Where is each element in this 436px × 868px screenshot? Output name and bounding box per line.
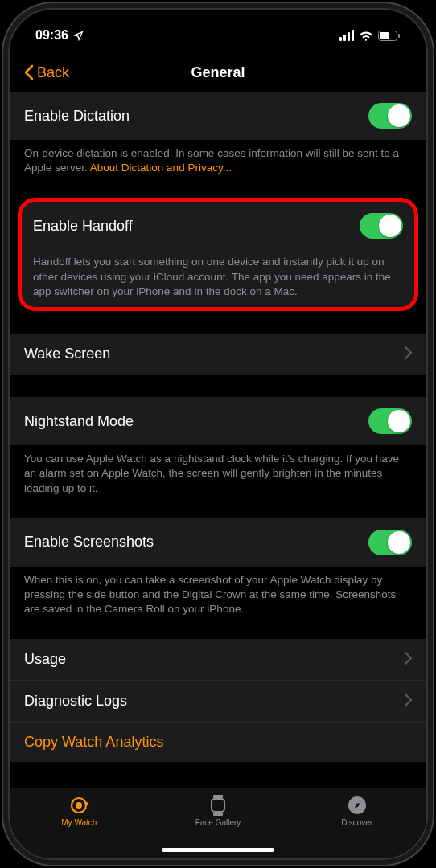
dictation-privacy-link[interactable]: About Dictation and Privacy... [90,162,232,174]
svg-rect-6 [213,795,223,798]
row-copy-analytics[interactable]: Copy Watch Analytics [10,722,426,762]
chevron-right-icon [405,345,412,363]
wifi-icon [359,30,373,41]
dictation-label: Enable Dictation [24,108,130,125]
nightstand-label: Nightstand Mode [24,413,134,430]
power-button[interactable] [431,181,434,253]
diagnostic-label: Diagnostic Logs [24,693,127,710]
home-indicator[interactable] [162,848,274,852]
location-icon [73,31,84,41]
volume-up-button[interactable] [2,173,5,221]
row-diagnostic-logs[interactable]: Diagnostic Logs [10,680,426,722]
screenshots-toggle[interactable] [368,530,412,555]
back-label: Back [37,64,69,81]
tab-bar: My Watch Face Gallery Discover [10,788,426,858]
face-gallery-icon [209,795,227,816]
row-enable-handoff[interactable]: Enable Handoff [22,202,414,250]
battery-icon [378,31,401,41]
dictation-toggle[interactable] [368,103,412,129]
handoff-toggle[interactable] [360,213,403,239]
svg-rect-2 [398,34,400,38]
nightstand-toggle[interactable] [368,408,412,434]
chevron-left-icon [24,64,34,80]
svg-rect-8 [213,813,223,816]
screenshots-footer: When this is on, you can take a screensh… [10,567,426,617]
row-enable-dictation[interactable]: Enable Dictation [10,92,426,140]
dictation-footer: On-device dictation is enabled. In some … [10,140,426,175]
status-time: 09:36 [35,28,68,43]
wake-label: Wake Screen [24,346,110,362]
handoff-label: Enable Handoff [33,218,133,235]
tab-my-watch[interactable]: My Watch [10,795,148,827]
tab-face-gallery-label: Face Gallery [195,818,241,827]
chevron-right-icon [405,692,412,710]
svg-rect-5 [86,802,88,805]
mute-switch[interactable] [2,129,5,156]
tab-discover-label: Discover [341,818,372,827]
row-nightstand[interactable]: Nightstand Mode [10,397,426,445]
svg-point-4 [76,802,82,809]
usage-label: Usage [24,651,66,668]
row-screenshots[interactable]: Enable Screenshots [10,518,426,567]
tab-my-watch-label: My Watch [61,818,97,827]
chevron-right-icon [405,650,412,669]
section-dictation: Enable Dictation On-device dictation is … [10,92,426,175]
section-wake: Wake Screen [10,334,426,375]
section-nightstand: Nightstand Mode You can use Apple Watch … [10,397,426,496]
nav-title: General [10,64,426,81]
section-handoff: Enable Handoff Handoff lets you start so… [10,198,426,311]
back-button[interactable]: Back [24,64,69,81]
row-wake-screen[interactable]: Wake Screen [10,334,426,375]
watch-icon [68,795,89,816]
section-usage-group: Usage Diagnostic Logs Copy Watch Analyti… [10,639,426,762]
nav-bar: Back General [10,53,426,92]
row-usage[interactable]: Usage [10,639,426,680]
compass-icon [348,795,367,816]
phone-frame: 09:36 Back General Enable Dictation [8,8,428,860]
analytics-label: Copy Watch Analytics [24,734,163,751]
section-screenshots: Enable Screenshots When this is on, you … [10,518,426,617]
signal-icon [339,30,354,41]
svg-rect-7 [212,799,224,812]
handoff-highlight: Enable Handoff Handoff lets you start so… [18,198,418,311]
volume-down-button[interactable] [2,233,5,281]
tab-face-gallery[interactable]: Face Gallery [150,795,287,827]
tab-discover[interactable]: Discover [288,795,426,827]
settings-content[interactable]: Enable Dictation On-device dictation is … [10,92,426,788]
screenshots-label: Enable Screenshots [24,534,154,551]
svg-rect-1 [380,32,389,39]
notch [134,10,302,35]
nightstand-footer: You can use Apple Watch as a nightstand … [10,445,426,496]
handoff-footer: Handoff lets you start something on one … [22,250,414,299]
